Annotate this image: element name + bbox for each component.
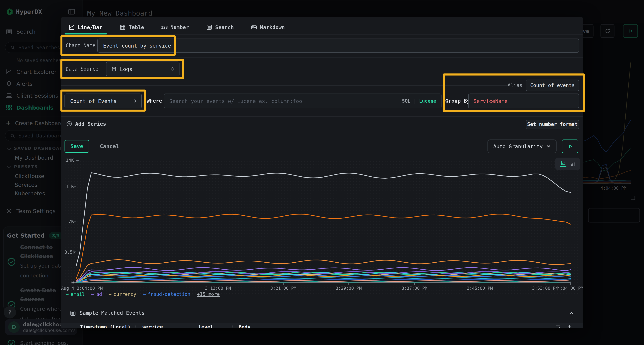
line-chart-icon[interactable] xyxy=(560,161,566,167)
x-axis-tick: 3:53:00 PM xyxy=(532,286,558,291)
where-label: Where xyxy=(147,93,162,108)
group-by-label: Group By xyxy=(445,93,470,108)
alias-label: Alias xyxy=(488,79,522,91)
sample-events-title: Sample Matched Events xyxy=(80,310,144,317)
y-axis-tick: 0 xyxy=(64,280,74,285)
filter-icon[interactable] xyxy=(555,324,561,328)
legend-item-fraud-detection[interactable]: —fraud-detection xyxy=(143,291,190,297)
linebar-icon xyxy=(68,24,74,30)
plus-circle-icon xyxy=(66,121,72,127)
y-axis-tick: 3.5K xyxy=(64,249,74,255)
language-toggle-sql[interactable]: SQL xyxy=(402,98,410,104)
events-column-header[interactable]: Body xyxy=(232,323,250,328)
divider xyxy=(61,85,508,86)
language-toggle-separator: | xyxy=(410,98,419,104)
collapse-chevron-up-icon[interactable] xyxy=(568,310,574,316)
cancel-button[interactable]: Cancel xyxy=(100,140,119,153)
tab-search[interactable]: Search xyxy=(202,20,238,34)
chart-legend: —email—ad—currency—fraud-detection+15 mo… xyxy=(66,291,220,297)
chart-series-line xyxy=(76,273,571,282)
granularity-select[interactable]: Auto Granularity xyxy=(488,140,556,153)
y-axis-tick: 11K xyxy=(64,184,74,189)
modal-tabs: Line/BarTable123NumberSearchMarkdown xyxy=(64,20,289,34)
download-icon[interactable] xyxy=(567,324,572,328)
divider xyxy=(61,116,583,117)
chart-type-toggle xyxy=(555,158,580,170)
tabs-track xyxy=(61,34,583,34)
data-source-select[interactable]: Logs xyxy=(106,61,180,76)
data-source-label: Data Source xyxy=(66,61,98,76)
markdown-icon xyxy=(251,24,257,30)
legend-swatch: — xyxy=(143,291,146,297)
where-placeholder: Search your events w/ Lucene ex. column:… xyxy=(169,98,402,104)
active-tab-underline xyxy=(64,33,106,34)
tab-line-bar[interactable]: Line/Bar xyxy=(64,20,106,34)
chart-series-line xyxy=(76,173,571,267)
language-toggle-lucene[interactable]: Lucene xyxy=(419,98,436,104)
events-column-header[interactable]: level xyxy=(192,323,232,328)
tab-markdown[interactable]: Markdown xyxy=(247,20,289,34)
logs-icon xyxy=(206,24,212,30)
updown-chevrons-icon xyxy=(170,66,175,71)
legend-item-ad[interactable]: —ad xyxy=(92,291,102,297)
x-axis-tick: 3:29:00 PM xyxy=(336,286,362,291)
y-axis-tick: 7K xyxy=(64,219,74,224)
divider xyxy=(61,306,583,306)
updown-chevrons-icon xyxy=(132,98,137,103)
group-by-input[interactable]: ServiceName xyxy=(468,93,579,108)
list-icon xyxy=(70,310,76,317)
tab-table[interactable]: Table xyxy=(116,20,148,34)
x-axis-tick: 4:04:00 PM xyxy=(558,286,583,291)
main-chart: 03.5K7K11K14K Aug 4 3:04:00 PM3:13:00 PM… xyxy=(64,160,580,296)
legend-swatch: — xyxy=(92,291,94,297)
events-column-header[interactable]: service xyxy=(136,323,192,328)
x-axis-tick: Aug 4 3:04:00 PM xyxy=(61,286,103,291)
chart-name-input[interactable]: Event count by service xyxy=(97,39,579,52)
run-query-button[interactable] xyxy=(562,140,578,153)
x-axis-tick: 3:21:00 PM xyxy=(270,286,296,291)
y-axis-tick: 14K xyxy=(64,158,74,163)
legend-item-email[interactable]: —email xyxy=(66,291,85,297)
divider xyxy=(61,57,583,58)
play-icon xyxy=(568,144,573,149)
events-column-header[interactable]: Timestamp (Local) xyxy=(80,323,136,328)
legend-more-link[interactable]: +15 more xyxy=(197,291,220,297)
events-table-header: Timestamp (Local)servicelevelBody xyxy=(61,323,583,328)
table-icon xyxy=(120,24,126,30)
chart-editor-modal: Line/BarTable123NumberSearchMarkdown Cha… xyxy=(61,17,583,328)
tab-number[interactable]: 123Number xyxy=(157,20,193,34)
where-search-input[interactable]: Search your events w/ Lucene ex. column:… xyxy=(164,93,442,108)
screen: HyperDX Search Saved Searches No saved s… xyxy=(0,0,644,345)
chart-name-label: Chart Name xyxy=(66,39,95,52)
add-series-button[interactable]: Add Series xyxy=(66,121,106,127)
bar-chart-icon[interactable] xyxy=(570,161,575,166)
aggregation-select[interactable]: Count of Events xyxy=(64,93,142,108)
database-icon xyxy=(111,66,117,72)
x-axis-tick: 3:45:00 PM xyxy=(467,286,493,291)
save-button[interactable]: Save xyxy=(64,140,89,153)
x-axis-tick: 3:37:00 PM xyxy=(402,286,428,291)
legend-swatch: — xyxy=(108,291,112,297)
set-number-format-button[interactable]: Set number format xyxy=(526,120,579,129)
legend-swatch: — xyxy=(66,291,68,297)
legend-item-currency[interactable]: —currency xyxy=(108,291,136,297)
alias-input[interactable]: Count of events xyxy=(526,79,579,91)
x-axis-tick: 3:13:00 PM xyxy=(205,286,231,291)
chevron-down-icon xyxy=(546,144,551,149)
